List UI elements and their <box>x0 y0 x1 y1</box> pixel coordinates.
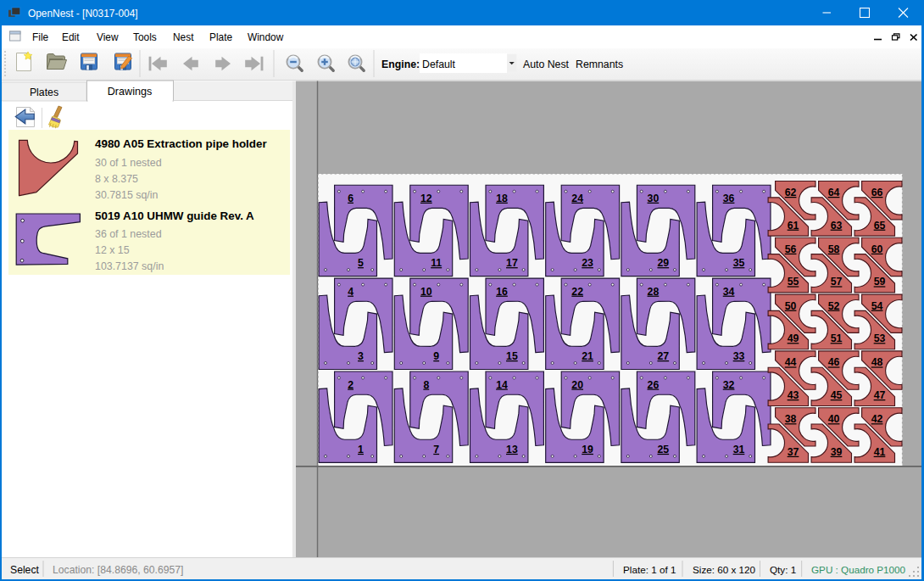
svg-text:12: 12 <box>420 193 432 204</box>
svg-text:4: 4 <box>348 286 353 298</box>
svg-text:30 of 1 nested: 30 of 1 nested <box>95 157 162 169</box>
svg-text:Window: Window <box>248 31 284 43</box>
svg-text:55: 55 <box>788 276 799 288</box>
svg-text:8 x 8.375: 8 x 8.375 <box>95 173 138 185</box>
svg-text:OpenNest - [N0317-004]: OpenNest - [N0317-004] <box>28 8 138 20</box>
svg-text:16: 16 <box>496 286 508 298</box>
svg-text:7: 7 <box>433 444 439 455</box>
svg-text:12 x 15: 12 x 15 <box>95 244 130 256</box>
svg-text:54: 54 <box>871 300 883 312</box>
svg-text:43: 43 <box>788 389 799 401</box>
svg-text:3: 3 <box>358 350 364 362</box>
svg-text:39: 39 <box>831 446 843 458</box>
svg-text:Size: 60 x 120: Size: 60 x 120 <box>693 564 756 575</box>
svg-text:59: 59 <box>874 276 886 288</box>
svg-text:34: 34 <box>723 286 735 298</box>
svg-text:22: 22 <box>571 286 583 298</box>
svg-text:57: 57 <box>831 276 843 288</box>
svg-text:Plate: Plate <box>209 31 232 43</box>
svg-text:View: View <box>97 31 119 43</box>
svg-text:24: 24 <box>571 193 583 204</box>
svg-text:9: 9 <box>433 350 439 362</box>
svg-text:2: 2 <box>348 379 353 391</box>
svg-text:56: 56 <box>785 243 797 255</box>
svg-text:Location: [84.8696, 60.6957]: Location: [84.8696, 60.6957] <box>53 564 184 576</box>
svg-text:30: 30 <box>648 193 660 204</box>
svg-text:51: 51 <box>831 332 843 344</box>
svg-text:49: 49 <box>788 332 799 344</box>
svg-text:19: 19 <box>582 444 593 455</box>
svg-text:103.7137 sq/in: 103.7137 sq/in <box>95 260 164 272</box>
svg-text:28: 28 <box>648 286 660 298</box>
svg-text:33: 33 <box>733 350 745 362</box>
svg-text:29: 29 <box>657 257 669 269</box>
svg-text:Tools: Tools <box>133 31 157 43</box>
svg-text:Nest: Nest <box>173 31 194 43</box>
svg-text:62: 62 <box>785 187 797 198</box>
svg-text:35: 35 <box>733 257 745 269</box>
svg-text:Auto Nest: Auto Nest <box>523 59 570 70</box>
svg-text:47: 47 <box>874 389 886 401</box>
svg-text:36 of 1 nested: 36 of 1 nested <box>95 228 162 240</box>
svg-text:45: 45 <box>831 389 843 401</box>
svg-text:18: 18 <box>496 193 508 204</box>
svg-text:15: 15 <box>506 350 518 362</box>
svg-text:Qty: 1: Qty: 1 <box>770 564 796 575</box>
svg-text:26: 26 <box>648 379 660 391</box>
svg-text:23: 23 <box>582 257 593 269</box>
svg-text:5: 5 <box>358 257 364 269</box>
svg-text:50: 50 <box>785 300 797 312</box>
svg-text:14: 14 <box>496 379 508 391</box>
svg-text:17: 17 <box>506 257 518 269</box>
svg-text:Default: Default <box>422 59 456 70</box>
svg-text:38: 38 <box>785 413 797 425</box>
svg-text:61: 61 <box>788 220 799 232</box>
svg-text:11: 11 <box>431 257 442 269</box>
svg-text:36: 36 <box>723 193 735 204</box>
svg-text:60: 60 <box>871 243 883 255</box>
svg-text:52: 52 <box>828 300 840 312</box>
svg-text:41: 41 <box>874 446 886 458</box>
svg-text:GPU : Quadro P1000: GPU : Quadro P1000 <box>811 564 906 575</box>
svg-text:25: 25 <box>657 444 669 455</box>
svg-text:10: 10 <box>420 286 432 298</box>
svg-text:53: 53 <box>874 332 886 344</box>
svg-text:Plates: Plates <box>30 87 58 98</box>
svg-text:Edit: Edit <box>62 31 80 43</box>
svg-text:Drawings: Drawings <box>108 86 153 98</box>
svg-text:32: 32 <box>723 379 735 391</box>
svg-text:31: 31 <box>733 444 745 455</box>
svg-text:58: 58 <box>828 243 840 255</box>
svg-text:40: 40 <box>828 413 840 425</box>
svg-text:1: 1 <box>358 444 364 455</box>
svg-text:File: File <box>32 31 49 43</box>
svg-text:20: 20 <box>571 379 583 391</box>
svg-text:Engine:: Engine: <box>381 59 420 70</box>
svg-text:30.7815 sq/in: 30.7815 sq/in <box>95 189 159 201</box>
svg-text:Plate: 1 of 1: Plate: 1 of 1 <box>623 564 676 575</box>
svg-text:Select: Select <box>10 564 39 576</box>
svg-text:63: 63 <box>831 220 843 232</box>
svg-text:Remnants: Remnants <box>576 59 623 70</box>
svg-text:46: 46 <box>828 356 840 368</box>
svg-text:8: 8 <box>423 379 429 391</box>
svg-text:4980 A05 Extraction pipe holde: 4980 A05 Extraction pipe holder <box>95 137 267 150</box>
svg-text:5019 A10 UHMW guide Rev. A: 5019 A10 UHMW guide Rev. A <box>95 209 254 222</box>
svg-text:27: 27 <box>657 350 669 362</box>
svg-text:44: 44 <box>785 356 797 368</box>
svg-text:64: 64 <box>828 187 840 198</box>
svg-text:42: 42 <box>871 413 883 425</box>
svg-text:21: 21 <box>582 350 593 362</box>
svg-text:37: 37 <box>788 446 799 458</box>
svg-text:65: 65 <box>874 220 886 232</box>
svg-text:13: 13 <box>506 444 518 455</box>
svg-text:66: 66 <box>871 187 883 198</box>
svg-text:48: 48 <box>871 356 883 368</box>
svg-text:6: 6 <box>348 193 353 204</box>
